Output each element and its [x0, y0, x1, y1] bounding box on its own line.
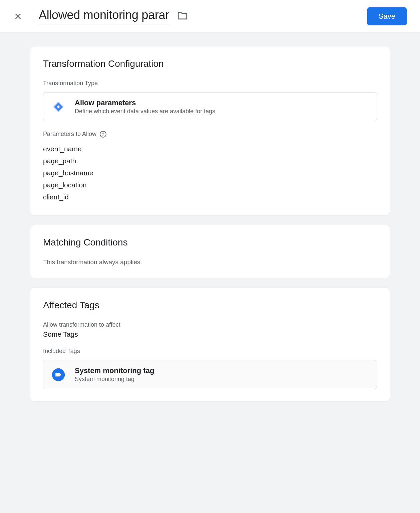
- folder-button[interactable]: [177, 10, 188, 23]
- card-title: Transformation Configuration: [43, 58, 377, 69]
- transformation-type-box[interactable]: Allow parameters Define which event data…: [43, 92, 377, 121]
- transformation-config-card[interactable]: Transformation Configuration Transformat…: [30, 46, 390, 215]
- card-title: Matching Conditions: [43, 237, 377, 248]
- parameters-label-text: Parameters to Allow: [43, 131, 96, 138]
- tag-sub: System monitoring tag: [75, 376, 154, 383]
- tag-circle-icon: [51, 368, 65, 382]
- parameters-list: event_name page_path page_hostname page_…: [43, 143, 377, 203]
- folder-icon: [177, 10, 188, 21]
- parameters-label: Parameters to Allow ?: [43, 131, 377, 138]
- included-tag-text: System monitoring tag System monitoring …: [75, 366, 154, 383]
- close-icon: [14, 12, 22, 21]
- affect-value: Some Tags: [43, 330, 377, 338]
- included-tag-box[interactable]: System monitoring tag System monitoring …: [43, 360, 377, 389]
- page-header: Save: [0, 0, 420, 33]
- param-item: page_hostname: [43, 167, 377, 179]
- tag-main: System monitoring tag: [75, 366, 154, 375]
- save-button[interactable]: Save: [367, 7, 407, 25]
- card-title: Affected Tags: [43, 300, 377, 311]
- matching-conditions-card[interactable]: Matching Conditions This transformation …: [30, 225, 390, 278]
- type-sub: Define which event data values are avail…: [75, 108, 215, 115]
- param-item: event_name: [43, 143, 377, 155]
- matching-text: This transformation always applies.: [43, 259, 377, 266]
- affect-label: Allow transformation to affect: [43, 321, 377, 328]
- param-item: client_id: [43, 191, 377, 203]
- allow-params-icon: [51, 100, 65, 114]
- param-item: page_path: [43, 155, 377, 167]
- close-button[interactable]: [13, 12, 23, 21]
- tag-icon-wrap: [51, 368, 65, 382]
- type-main: Allow parameters: [75, 99, 215, 107]
- transformation-type-label: Transformation Type: [43, 80, 377, 87]
- transformation-type-text: Allow parameters Define which event data…: [75, 99, 215, 115]
- tag-icon: [52, 101, 65, 113]
- param-item: page_location: [43, 179, 377, 191]
- included-label: Included Tags: [43, 348, 377, 355]
- help-icon[interactable]: ?: [100, 131, 106, 138]
- content-area: Transformation Configuration Transformat…: [0, 33, 420, 431]
- affected-tags-card[interactable]: Affected Tags Allow transformation to af…: [30, 288, 390, 401]
- title-input[interactable]: [39, 8, 169, 24]
